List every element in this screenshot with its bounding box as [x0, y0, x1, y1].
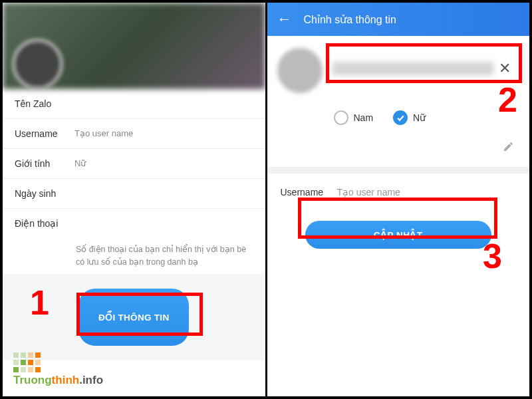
radio-checked-icon: [393, 110, 408, 125]
edit-birthday-row: [277, 134, 520, 167]
header-title: Chỉnh sửa thông tin: [304, 13, 396, 26]
gender-value: Nữ: [74, 158, 253, 169]
section-separator: [267, 167, 530, 174]
gender-row: Giới tính Nữ: [3, 149, 265, 179]
name-input-wrap: ✕: [332, 60, 517, 82]
username-placeholder: Tạo user name: [74, 128, 253, 139]
annotation-number-2: 2: [498, 80, 517, 120]
annotation-number-1: 1: [30, 283, 49, 323]
username-placeholder[interactable]: Tạo user name: [337, 187, 400, 198]
gender-label: Giới tính: [15, 158, 74, 169]
username-label: Username: [281, 187, 337, 198]
name-row: Tên Zalo: [3, 89, 265, 119]
tutorial-container: Tên Zalo Username Tạo user name Giới tín…: [0, 0, 532, 399]
name-input[interactable]: [332, 62, 494, 75]
phone-row: Điện thoại: [3, 209, 265, 238]
edit-header: ← Chỉnh sửa thông tin: [267, 3, 530, 36]
change-info-button[interactable]: ĐỔI THÔNG TIN: [78, 289, 189, 346]
update-button[interactable]: CẬP NHẬT: [305, 221, 491, 249]
birthday-label: Ngày sinh: [15, 188, 74, 199]
gender-female-label: Nữ: [413, 112, 426, 123]
name-label: Tên Zalo: [15, 98, 74, 109]
name-edit-row: ✕: [277, 36, 520, 101]
watermark-text: Truongthinh.info: [13, 374, 103, 387]
username-label: Username: [15, 128, 74, 139]
username-row: Username Tạo user name: [3, 119, 265, 149]
birthday-row: Ngày sinh: [3, 179, 265, 209]
clear-name-icon[interactable]: ✕: [493, 60, 516, 77]
radio-unchecked-icon: [334, 110, 348, 125]
back-arrow-icon[interactable]: ←: [277, 11, 292, 28]
watermark-squares-icon: [13, 352, 47, 372]
avatar[interactable]: [277, 48, 323, 93]
edit-form-area: ✕ Nam Nữ: [267, 36, 530, 259]
left-screenshot-panel: Tên Zalo Username Tạo user name Giới tín…: [3, 3, 265, 396]
gender-option-male[interactable]: Nam: [334, 110, 374, 125]
phone-visibility-note: Số điện thoại của bạn chỉ hiển thị với b…: [3, 238, 265, 274]
gender-radio-row: Nam Nữ: [277, 101, 520, 134]
phone-label: Điện thoại: [15, 218, 74, 229]
avatar[interactable]: [13, 39, 63, 89]
profile-info-section: Tên Zalo Username Tạo user name Giới tín…: [3, 89, 265, 274]
gender-option-female[interactable]: Nữ: [393, 110, 426, 125]
watermark-logo: Truongthinh.info: [13, 352, 103, 387]
right-screenshot-panel: ← Chỉnh sửa thông tin ✕ Nam: [267, 3, 530, 396]
pencil-icon[interactable]: [503, 141, 514, 155]
gender-male-label: Nam: [354, 112, 374, 123]
annotation-number-3: 3: [483, 236, 502, 276]
username-edit-row: Username Tạo user name: [277, 174, 520, 211]
